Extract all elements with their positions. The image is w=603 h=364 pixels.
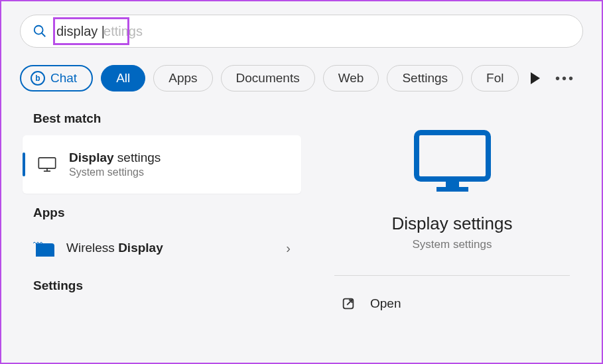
svg-rect-7: [436, 187, 468, 192]
wireless-display-app[interactable]: 〰 Wireless Display ›: [23, 229, 301, 267]
selection-accent: [23, 152, 25, 176]
svg-point-0: [34, 26, 43, 34]
apps-chip[interactable]: Apps: [153, 65, 212, 91]
chat-chip-label: Chat: [50, 71, 77, 86]
settings-section-header: Settings: [33, 278, 301, 293]
display-large-icon: [413, 129, 492, 195]
search-typed-text: display: [56, 24, 98, 39]
open-label: Open: [370, 296, 401, 311]
open-external-icon: [341, 296, 356, 311]
filter-chips-row: b Chat All Apps Documents Web Settings F…: [1, 56, 602, 109]
chevron-right-icon: ›: [286, 241, 291, 256]
apps-section-header: Apps: [33, 206, 301, 220]
detail-title: Display settings: [314, 213, 590, 234]
detail-subtitle: System settings: [314, 238, 590, 251]
result-subtitle: System settings: [69, 166, 161, 178]
all-chip[interactable]: All: [101, 65, 145, 91]
best-match-header: Best match: [33, 111, 301, 126]
more-options-icon[interactable]: •••: [555, 71, 575, 86]
svg-line-1: [42, 33, 46, 37]
web-chip[interactable]: Web: [323, 65, 379, 91]
detail-pane: Display settings System settings Open: [314, 109, 602, 360]
folders-chip[interactable]: Fol: [471, 65, 519, 91]
divider: [334, 275, 570, 276]
wireless-display-label: Wireless Display: [66, 241, 163, 255]
scroll-right-arrow-icon[interactable]: [531, 72, 540, 84]
search-bar[interactable]: display | ettings: [20, 15, 583, 48]
monitor-icon: [37, 157, 57, 172]
results-column: Best match Display settings System setti…: [23, 109, 301, 360]
svg-rect-6: [446, 179, 459, 187]
wireless-display-icon: 〰: [33, 239, 54, 257]
svg-rect-2: [38, 158, 55, 168]
chat-chip[interactable]: b Chat: [20, 65, 93, 91]
search-placeholder-tail: ettings: [103, 24, 143, 39]
search-input[interactable]: display | ettings: [56, 24, 570, 39]
bing-icon: b: [31, 71, 45, 86]
result-title: Display settings: [69, 151, 161, 165]
best-match-result[interactable]: Display settings System settings: [23, 135, 301, 194]
settings-chip[interactable]: Settings: [387, 65, 463, 91]
open-action[interactable]: Open: [314, 285, 590, 322]
svg-rect-5: [417, 133, 488, 179]
documents-chip[interactable]: Documents: [221, 65, 315, 91]
search-icon: [33, 24, 47, 38]
